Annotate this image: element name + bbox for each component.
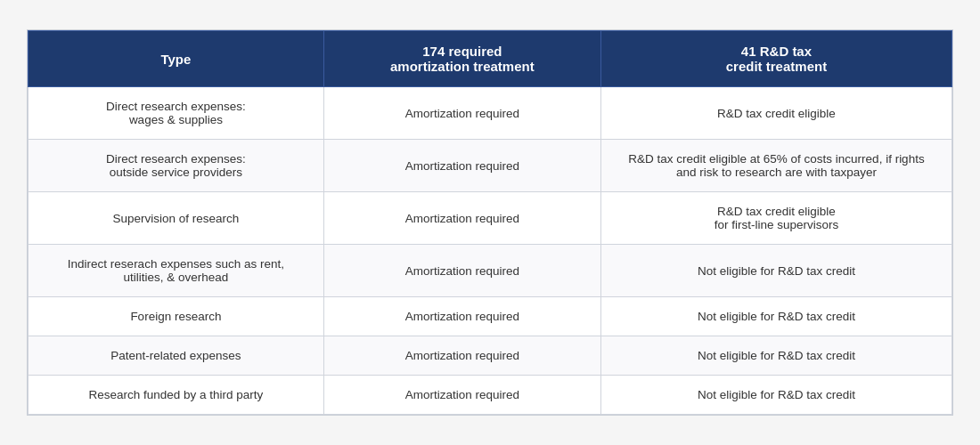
cell-amortization: Amortization required <box>323 297 600 336</box>
header-amortization: 174 requiredamortization treatment <box>323 31 600 87</box>
cell-amortization: Amortization required <box>323 140 600 192</box>
cell-credit: Not eligible for R&D tax credit <box>600 297 951 336</box>
table-row: Patent-related expensesAmortization requ… <box>29 336 952 376</box>
cell-type: Research funded by a third party <box>29 376 324 415</box>
table-header-row: Type 174 requiredamortization treatment … <box>29 31 952 87</box>
cell-amortization: Amortization required <box>323 87 600 140</box>
cell-credit: Not eligible for R&D tax credit <box>600 376 951 415</box>
table-row: Research funded by a third partyAmortiza… <box>29 376 952 415</box>
table-row: Supervision of researchAmortization requ… <box>29 192 952 245</box>
cell-type: Direct research expenses:wages & supplie… <box>29 87 324 140</box>
cell-credit: R&D tax credit eligiblefor first-line su… <box>600 192 951 245</box>
table-row: Direct research expenses:wages & supplie… <box>29 87 952 140</box>
comparison-table: Type 174 requiredamortization treatment … <box>27 29 953 416</box>
header-credit: 41 R&D taxcredit treatment <box>600 31 951 87</box>
cell-credit: R&D tax credit eligible at 65% of costs … <box>600 140 951 192</box>
cell-type: Direct research expenses:outside service… <box>29 140 324 192</box>
header-type: Type <box>29 31 324 87</box>
cell-credit: Not eligible for R&D tax credit <box>600 336 951 376</box>
cell-amortization: Amortization required <box>323 376 600 415</box>
cell-credit: Not eligible for R&D tax credit <box>600 245 951 297</box>
cell-type: Supervision of research <box>29 192 324 245</box>
cell-type: Patent-related expenses <box>29 336 324 376</box>
cell-type: Foreign research <box>29 297 324 336</box>
table-row: Direct research expenses:outside service… <box>29 140 952 192</box>
cell-type: Indirect reserach expenses such as rent,… <box>29 245 324 297</box>
cell-credit: R&D tax credit eligible <box>600 87 951 140</box>
cell-amortization: Amortization required <box>323 245 600 297</box>
cell-amortization: Amortization required <box>323 336 600 376</box>
cell-amortization: Amortization required <box>323 192 600 245</box>
table-row: Indirect reserach expenses such as rent,… <box>29 245 952 297</box>
table-row: Foreign researchAmortization requiredNot… <box>29 297 952 336</box>
